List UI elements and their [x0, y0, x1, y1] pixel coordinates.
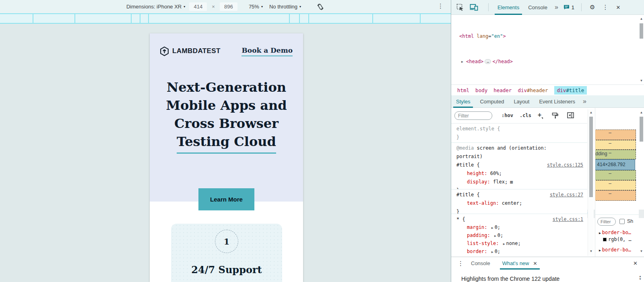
show-all-checkbox[interactable] [619, 219, 625, 224]
style-rule-universal[interactable]: style.css:1* { margin: ▶0; padding: ▶0; … [451, 214, 587, 257]
tab-console[interactable]: Console [524, 0, 552, 15]
boxmodel-border-top[interactable]: – [595, 140, 636, 150]
boxmodel-padding-top[interactable]: padding– [595, 150, 636, 159]
breadcrumb-header[interactable]: header [493, 87, 512, 93]
feature-number: 1 [224, 237, 230, 247]
toggle-sidebar-button[interactable] [567, 112, 574, 118]
viewport-width-input[interactable] [189, 2, 207, 11]
tab-layout[interactable]: Layout [509, 95, 534, 108]
more-tabs-button[interactable]: » [555, 4, 558, 11]
css-source-link[interactable]: style.css:27 [550, 191, 583, 199]
boxmodel-margin-bottom[interactable]: – [595, 190, 636, 201]
scroll-up-icon[interactable]: ▲ [639, 275, 642, 278]
toggle-hover-state-button[interactable]: :hov [502, 113, 513, 118]
tab-styles[interactable]: Styles [451, 95, 475, 108]
feature-number-circle: 1 [215, 230, 238, 253]
devtools-more-button[interactable]: ⋮ [603, 4, 609, 11]
styles-scrollbar[interactable]: ▲ ▼ [588, 109, 594, 256]
lambdatest-logo-icon [159, 46, 169, 56]
scroll-up-icon[interactable]: ▲ [638, 17, 644, 21]
shorthand-expand-icon[interactable]: ▶ [491, 250, 493, 254]
scroll-down-icon[interactable]: ▼ [588, 249, 594, 253]
scroll-down-icon[interactable]: ▼ [638, 79, 644, 82]
inline-expander[interactable]: … [485, 59, 491, 64]
issues-counter[interactable]: 1 [564, 4, 574, 10]
breadcrumb-body[interactable]: body [475, 87, 487, 93]
devtools-close-button[interactable]: ✕ [616, 4, 621, 10]
computed-property[interactable]: ▶border-bo… [598, 230, 631, 235]
hero-section: LAMBDATEST Book a Demo Next-Generation M… [150, 33, 303, 202]
expand-arrow-icon[interactable]: ▶ [461, 58, 466, 66]
style-rule-title[interactable]: style.css:27#title { text-align: center;… [451, 189, 587, 214]
drawer-close-button[interactable]: ✕ [633, 260, 638, 266]
boxmodel-border-bottom[interactable]: – [595, 180, 636, 190]
whats-new-content: Highlights from the Chrome 122 update [461, 276, 559, 282]
boxmodel-margin-top[interactable]: – [595, 130, 636, 140]
flex-editor-icon[interactable]: ▦ [510, 179, 513, 185]
feature-title: 24/7 Support [171, 264, 282, 276]
device-toolbar: Dimensions: iPhone XR ▾ × 75% ▾ No throt… [0, 0, 451, 13]
elements-scrollbar[interactable]: ▲ ▼ [638, 16, 644, 84]
breadcrumb-div-header[interactable]: div#header [518, 87, 548, 93]
book-a-demo-link[interactable]: Book a Demo [242, 46, 293, 56]
tree-node-html[interactable]: <html lang="en"> [451, 32, 638, 41]
toggle-class-button[interactable]: .cls [520, 113, 531, 118]
devtools-drawer: ⋮ Console What's new ✕ ✕ Highlights from… [451, 257, 644, 282]
scrollbar-thumb[interactable] [640, 23, 643, 39]
zoom-select[interactable]: 75% ▾ [249, 4, 263, 10]
breadcrumb-html[interactable]: html [457, 87, 469, 93]
more-sidebar-tabs-button[interactable]: » [583, 98, 586, 105]
caret-down-icon: ▾ [299, 5, 301, 8]
viewport-height-input[interactable] [220, 2, 237, 11]
scrollbar-thumb[interactable] [640, 117, 643, 142]
computed-filter-input[interactable] [597, 218, 616, 226]
close-tab-icon[interactable]: ✕ [533, 261, 537, 266]
toolbar-divider [581, 3, 582, 11]
boxmodel-padding-bottom[interactable]: – [595, 170, 636, 180]
drawer-more-button[interactable]: ⋮ [458, 260, 464, 267]
style-rule-element[interactable]: element.style { } [451, 124, 587, 143]
tab-event-listeners[interactable]: Event Listeners [534, 95, 580, 108]
headline-line-1: Next-Generation [150, 78, 303, 97]
new-rule-dropdown-icon[interactable] [541, 117, 543, 119]
breadcrumb-div-title-selected[interactable]: div#title [554, 86, 587, 95]
devtools-toolbar: Elements Console » 1 ⚙ ⋮ ✕ [451, 0, 644, 15]
padding-label: padding [595, 151, 607, 156]
drawer-tab-whats-new[interactable]: What's new ✕ [500, 257, 540, 270]
scroll-down-icon[interactable]: ▼ [639, 278, 642, 280]
computed-property[interactable]: ▶border-bo… [598, 247, 631, 253]
scroll-down-icon[interactable]: ▼ [638, 249, 644, 253]
drawer-scroll-arrows[interactable]: ▲ ▼ [639, 275, 642, 280]
settings-gear-button[interactable]: ⚙ [590, 4, 595, 11]
boxmodel-content[interactable]: 414×268.792 [595, 159, 635, 170]
lambdatest-logo[interactable]: LAMBDATEST [159, 46, 221, 56]
scroll-up-icon[interactable]: ▲ [588, 111, 594, 114]
new-style-rule-button[interactable]: + [538, 111, 541, 119]
toggle-device-toolbar-button[interactable] [470, 4, 478, 11]
scrollbar-thumb[interactable] [589, 117, 593, 197]
shorthand-expand-icon[interactable]: ▶ [491, 226, 493, 230]
drawer-tab-console[interactable]: Console [469, 257, 493, 270]
tab-elements[interactable]: Elements [493, 0, 524, 15]
media-query-bar[interactable] [0, 13, 451, 24]
color-swatch [603, 238, 607, 241]
learn-more-button[interactable]: Learn More [198, 188, 254, 210]
site-header: LAMBDATEST Book a Demo [159, 44, 293, 58]
rendering-emulation-button[interactable] [552, 112, 559, 119]
throttling-select[interactable]: No throttling ▾ [269, 4, 301, 10]
device-toolbar-more-button[interactable]: ⋮ [438, 2, 444, 10]
tree-node-head[interactable]: ▶<head>…</head> [451, 58, 638, 66]
style-rule-title-media[interactable]: @media screen and (orientation: portrait… [451, 143, 587, 189]
shorthand-expand-icon[interactable]: ▶ [494, 234, 496, 238]
css-source-link[interactable]: style.css:125 [547, 161, 583, 169]
caret-down-icon: ▾ [184, 5, 185, 8]
inspect-element-button[interactable] [456, 4, 464, 11]
css-source-link[interactable]: style.css:1 [553, 215, 583, 224]
rotate-viewport-button[interactable] [316, 3, 324, 11]
tab-computed[interactable]: Computed [475, 95, 509, 108]
scroll-up-icon[interactable]: ▲ [638, 111, 644, 114]
shorthand-expand-icon[interactable]: ▶ [503, 242, 505, 246]
sidebar-scrollbar[interactable]: ▲ ▼ [638, 109, 644, 256]
styles-filter-input[interactable] [454, 111, 492, 120]
device-select[interactable]: Dimensions: iPhone XR ▾ [126, 4, 185, 10]
